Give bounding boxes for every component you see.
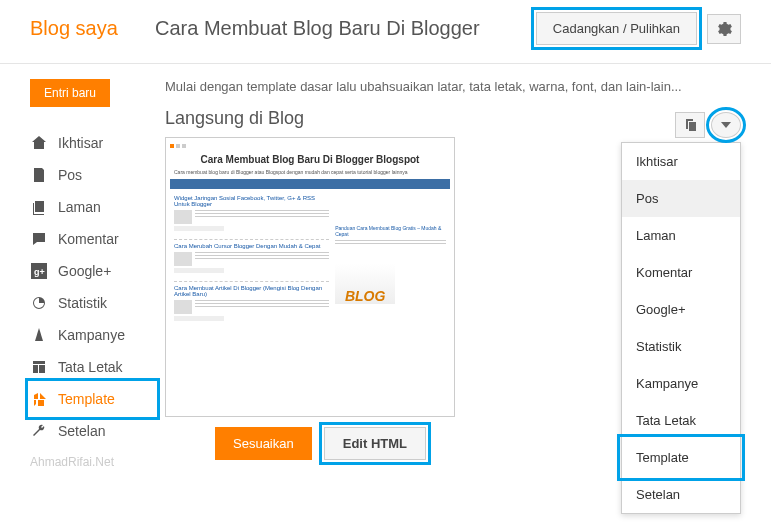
wrench-icon	[30, 422, 48, 440]
campaign-icon	[30, 326, 48, 344]
backup-restore-button[interactable]: Cadangkan / Pulihkan	[536, 12, 697, 45]
sidebar-item-template[interactable]: Template	[30, 383, 155, 415]
brand-title: Blog saya	[30, 17, 155, 40]
sidebar-item-setelan[interactable]: Setelan	[30, 415, 155, 447]
template-icon	[30, 390, 48, 408]
dropdown-item-komentar[interactable]: Komentar	[622, 254, 740, 291]
sidebar: Entri baru Ikhtisar Pos Laman Komentar g…	[0, 64, 155, 469]
dropdown-item-statistik[interactable]: Statistik	[622, 328, 740, 365]
layout-icon	[30, 358, 48, 376]
dropdown-item-template[interactable]: Template	[622, 439, 740, 476]
copy-icon	[683, 118, 697, 132]
dropdown-toggle-button[interactable]	[711, 112, 741, 138]
sidebar-item-label: Pos	[58, 167, 82, 183]
preview-blog-graphic: BLOG	[335, 264, 395, 304]
copy-icon-button[interactable]	[675, 112, 705, 138]
dropdown-item-googleplus[interactable]: Google+	[622, 291, 740, 328]
sidebar-item-label: Kampanye	[58, 327, 125, 343]
template-preview[interactable]: Cara Membuat Blog Baru Di Blogger Blogsp…	[165, 137, 455, 417]
customize-button[interactable]: Sesuaikan	[215, 427, 312, 460]
sidebar-item-tataletak[interactable]: Tata Letak	[30, 351, 155, 383]
watermark: AhmadRifai.Net	[30, 447, 155, 469]
preview-navbar	[170, 179, 450, 189]
sidebar-item-label: Tata Letak	[58, 359, 123, 375]
caret-down-icon	[721, 122, 731, 128]
pages-icon	[30, 198, 48, 216]
stats-icon	[30, 294, 48, 312]
sidebar-item-label: Google+	[58, 263, 111, 279]
document-icon	[30, 166, 48, 184]
sidebar-item-label: Template	[58, 391, 115, 407]
preview-blog-subtitle: Cara membuat blog baru di Blogger atau B…	[170, 169, 450, 175]
dropdown-area: Ikhtisar Pos Laman Komentar Google+ Stat…	[621, 112, 741, 514]
sidebar-item-googleplus[interactable]: g+ Google+	[30, 255, 155, 287]
sidebar-item-label: Laman	[58, 199, 101, 215]
svg-text:g+: g+	[34, 267, 45, 277]
sidebar-item-label: Ikhtisar	[58, 135, 103, 151]
dropdown-menu: Ikhtisar Pos Laman Komentar Google+ Stat…	[621, 142, 741, 514]
sidebar-item-komentar[interactable]: Komentar	[30, 223, 155, 255]
preview-post: Cara Merubah Cursor Blogger Dengan Mudah…	[174, 243, 329, 273]
preview-blog-title: Cara Membuat Blog Baru Di Blogger Blogsp…	[170, 154, 450, 165]
dropdown-item-laman[interactable]: Laman	[622, 217, 740, 254]
dropdown-item-tataletak[interactable]: Tata Letak	[622, 402, 740, 439]
dropdown-item-pos[interactable]: Pos	[622, 180, 740, 217]
sidebar-item-ikhtisar[interactable]: Ikhtisar	[30, 127, 155, 159]
gear-icon	[716, 21, 732, 37]
preview-topbar	[170, 142, 450, 150]
settings-gear-button[interactable]	[707, 14, 741, 44]
dropdown-item-ikhtisar[interactable]: Ikhtisar	[622, 143, 740, 180]
dropdown-item-setelan[interactable]: Setelan	[622, 476, 740, 513]
sidebar-item-pos[interactable]: Pos	[30, 159, 155, 191]
sidebar-item-label: Statistik	[58, 295, 107, 311]
preview-post: Widget Jaringan Sosial Facebook, Twitter…	[174, 195, 329, 231]
sidebar-item-kampanye[interactable]: Kampanye	[30, 319, 155, 351]
comment-icon	[30, 230, 48, 248]
new-entry-button[interactable]: Entri baru	[30, 79, 110, 107]
dropdown-item-kampanye[interactable]: Kampanye	[622, 365, 740, 402]
googleplus-icon: g+	[30, 262, 48, 280]
home-icon	[30, 134, 48, 152]
sidebar-item-laman[interactable]: Laman	[30, 191, 155, 223]
sidebar-item-statistik[interactable]: Statistik	[30, 287, 155, 319]
intro-text: Mulai dengan template dasar lalu ubahsua…	[165, 79, 741, 94]
preview-post: Cara Membuat Artikel Di Blogger (Mengisi…	[174, 285, 329, 321]
edit-html-button[interactable]: Edit HTML	[324, 427, 426, 460]
page-title: Cara Membuat Blog Baru Di Blogger	[155, 17, 536, 40]
header: Blog saya Cara Membuat Blog Baru Di Blog…	[0, 0, 771, 64]
sidebar-item-label: Komentar	[58, 231, 119, 247]
sidebar-item-label: Setelan	[58, 423, 105, 439]
